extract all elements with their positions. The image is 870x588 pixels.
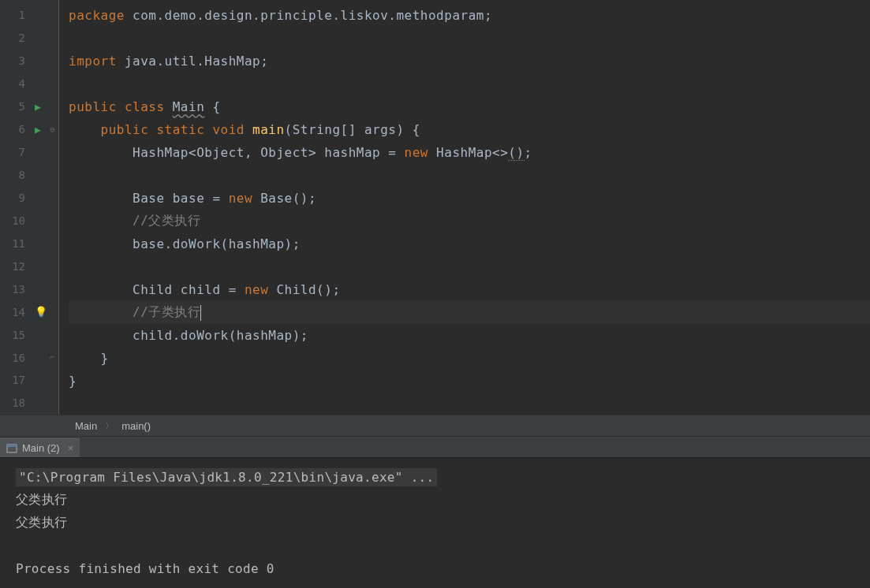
console-text: 父类执行 <box>16 489 854 512</box>
console-text: 父类执行 <box>16 512 854 534</box>
line-number: 18 <box>0 396 30 409</box>
breadcrumb: Main 〉 main() <box>0 415 870 437</box>
breadcrumb-item[interactable]: main() <box>121 420 151 432</box>
text-cursor <box>200 305 201 321</box>
console-tab[interactable]: Main (2) × <box>0 438 80 457</box>
line-number: 13 <box>0 283 30 296</box>
line-number: 6 <box>0 123 30 136</box>
line-number: 2 <box>0 32 30 44</box>
line-number: 1 <box>0 9 30 21</box>
line-number: 14 <box>0 306 30 318</box>
console-exit-text: Process finished with exit code 0 <box>16 557 854 580</box>
fold-marker-icon[interactable]: ⊖ <box>50 125 55 135</box>
current-line[interactable]: //子类执行 <box>69 301 870 324</box>
console-output[interactable]: "C:\Program Files\Java\jdk1.8.0_221\bin\… <box>0 458 870 588</box>
editor-area: 1 2 3 4 5 ▶ 6 ▶ ⊖ 7 8 9 10 11 12 13 14 💡… <box>0 0 870 415</box>
line-number: 3 <box>0 54 30 67</box>
line-number: 12 <box>0 260 30 273</box>
line-number: 8 <box>0 169 30 181</box>
line-number: 17 <box>0 374 30 386</box>
line-number: 5 <box>0 100 30 113</box>
line-number: 7 <box>0 146 30 158</box>
line-number: 4 <box>0 77 30 90</box>
line-number: 9 <box>0 192 30 204</box>
run-icon[interactable]: ▶ <box>35 124 41 136</box>
code-editor[interactable]: package com.demo.design.principle.liskov… <box>59 0 870 415</box>
console-command: "C:\Program Files\Java\jdk1.8.0_221\bin\… <box>16 468 437 486</box>
console-tab-label: Main (2) <box>22 442 60 454</box>
run-icon[interactable]: ▶ <box>35 101 41 113</box>
lightbulb-icon[interactable]: 💡 <box>35 306 47 318</box>
run-tab-icon <box>6 443 17 454</box>
line-number: 15 <box>0 329 30 341</box>
breadcrumb-item[interactable]: Main <box>75 420 97 432</box>
fold-end-icon[interactable]: ⌐ <box>50 352 55 363</box>
console-tabs: Main (2) × <box>0 437 870 458</box>
line-number: 16 <box>0 352 30 364</box>
svg-rect-1 <box>7 445 17 447</box>
close-icon[interactable]: × <box>68 442 74 454</box>
gutter: 1 2 3 4 5 ▶ 6 ▶ ⊖ 7 8 9 10 11 12 13 14 💡… <box>0 0 59 415</box>
line-number: 11 <box>0 237 30 250</box>
line-number: 10 <box>0 214 30 227</box>
chevron-right-icon: 〉 <box>105 420 114 432</box>
